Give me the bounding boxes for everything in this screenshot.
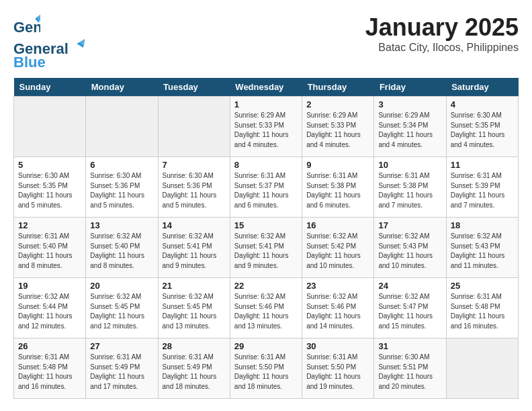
day-number: 27 — [90, 341, 153, 351]
day-info: Sunrise: 6:29 AM Sunset: 5:33 PM Dayligh… — [306, 111, 369, 150]
day-info: Sunrise: 6:31 AM Sunset: 5:50 PM Dayligh… — [306, 353, 369, 392]
calendar-cell: 6Sunrise: 6:30 AM Sunset: 5:36 PM Daylig… — [86, 157, 158, 218]
day-number: 14 — [163, 220, 226, 230]
calendar-cell: 1Sunrise: 6:29 AM Sunset: 5:33 PM Daylig… — [230, 97, 302, 157]
day-number: 29 — [234, 341, 298, 351]
day-number: 31 — [378, 341, 441, 351]
day-number: 17 — [378, 220, 441, 230]
day-number: 23 — [306, 281, 369, 291]
calendar-title: January 2025 — [365, 13, 519, 42]
calendar-cell: 11Sunrise: 6:31 AM Sunset: 5:39 PM Dayli… — [446, 157, 518, 218]
day-number: 6 — [90, 160, 153, 170]
day-number: 12 — [18, 220, 81, 230]
calendar-cell: 9Sunrise: 6:31 AM Sunset: 5:38 PM Daylig… — [302, 157, 374, 218]
day-info: Sunrise: 6:29 AM Sunset: 5:33 PM Dayligh… — [234, 111, 298, 150]
day-number: 16 — [306, 220, 369, 230]
day-number: 10 — [378, 160, 441, 170]
day-number: 2 — [306, 99, 369, 109]
calendar-cell: 12Sunrise: 6:31 AM Sunset: 5:40 PM Dayli… — [14, 218, 86, 278]
day-info: Sunrise: 6:31 AM Sunset: 5:49 PM Dayligh… — [90, 353, 153, 392]
logo-icon: General — [13, 13, 40, 40]
calendar-cell: 13Sunrise: 6:32 AM Sunset: 5:40 PM Dayli… — [86, 218, 158, 278]
calendar-cell: 28Sunrise: 6:31 AM Sunset: 5:49 PM Dayli… — [158, 338, 230, 399]
calendar-cell: 10Sunrise: 6:31 AM Sunset: 5:38 PM Dayli… — [374, 157, 446, 218]
calendar-week-row: 1Sunrise: 6:29 AM Sunset: 5:33 PM Daylig… — [14, 97, 519, 157]
calendar-cell: 5Sunrise: 6:30 AM Sunset: 5:35 PM Daylig… — [14, 157, 86, 218]
weekday-header-row: SundayMondayTuesdayWednesdayThursdayFrid… — [14, 78, 519, 97]
day-number: 26 — [18, 341, 81, 351]
calendar-cell: 24Sunrise: 6:32 AM Sunset: 5:47 PM Dayli… — [374, 278, 446, 338]
calendar-cell — [14, 97, 86, 157]
day-info: Sunrise: 6:30 AM Sunset: 5:36 PM Dayligh… — [90, 171, 153, 210]
day-info: Sunrise: 6:30 AM Sunset: 5:35 PM Dayligh… — [18, 171, 81, 210]
calendar-cell: 30Sunrise: 6:31 AM Sunset: 5:50 PM Dayli… — [302, 338, 374, 399]
day-number: 22 — [234, 281, 298, 291]
logo-bird-icon — [70, 38, 85, 53]
calendar-cell: 23Sunrise: 6:32 AM Sunset: 5:46 PM Dayli… — [302, 278, 374, 338]
day-number: 20 — [90, 281, 153, 291]
calendar-cell: 3Sunrise: 6:29 AM Sunset: 5:34 PM Daylig… — [374, 97, 446, 157]
weekday-header-friday: Friday — [374, 78, 446, 97]
day-number: 5 — [18, 160, 81, 170]
day-info: Sunrise: 6:31 AM Sunset: 5:39 PM Dayligh… — [451, 171, 514, 210]
day-number: 28 — [163, 341, 226, 351]
day-number: 13 — [90, 220, 153, 230]
calendar-week-row: 19Sunrise: 6:32 AM Sunset: 5:44 PM Dayli… — [14, 278, 519, 338]
day-info: Sunrise: 6:31 AM Sunset: 5:38 PM Dayligh… — [306, 171, 369, 210]
weekday-header-thursday: Thursday — [302, 78, 374, 97]
weekday-header-sunday: Sunday — [14, 78, 86, 97]
day-info: Sunrise: 6:32 AM Sunset: 5:47 PM Dayligh… — [378, 292, 441, 331]
calendar-cell: 26Sunrise: 6:31 AM Sunset: 5:48 PM Dayli… — [14, 338, 86, 399]
day-info: Sunrise: 6:31 AM Sunset: 5:49 PM Dayligh… — [163, 353, 226, 392]
day-number: 30 — [306, 341, 369, 351]
day-number: 25 — [451, 281, 514, 291]
svg-text:General: General — [13, 19, 40, 36]
day-number: 3 — [378, 99, 441, 109]
day-number: 9 — [306, 160, 369, 170]
calendar-cell: 19Sunrise: 6:32 AM Sunset: 5:44 PM Dayli… — [14, 278, 86, 338]
weekday-header-wednesday: Wednesday — [230, 78, 302, 97]
day-number: 21 — [163, 281, 226, 291]
day-info: Sunrise: 6:29 AM Sunset: 5:34 PM Dayligh… — [378, 111, 441, 150]
day-number: 24 — [378, 281, 441, 291]
day-info: Sunrise: 6:30 AM Sunset: 5:35 PM Dayligh… — [451, 111, 514, 150]
calendar-cell: 27Sunrise: 6:31 AM Sunset: 5:49 PM Dayli… — [86, 338, 158, 399]
calendar-table: SundayMondayTuesdayWednesdayThursdayFrid… — [13, 78, 519, 399]
calendar-cell: 2Sunrise: 6:29 AM Sunset: 5:33 PM Daylig… — [302, 97, 374, 157]
day-number: 4 — [451, 99, 514, 109]
logo: General General Blue — [13, 13, 85, 71]
calendar-cell: 17Sunrise: 6:32 AM Sunset: 5:43 PM Dayli… — [374, 218, 446, 278]
calendar-cell: 29Sunrise: 6:31 AM Sunset: 5:50 PM Dayli… — [230, 338, 302, 399]
calendar-cell: 15Sunrise: 6:32 AM Sunset: 5:41 PM Dayli… — [230, 218, 302, 278]
day-info: Sunrise: 6:32 AM Sunset: 5:44 PM Dayligh… — [18, 292, 81, 331]
calendar-cell: 21Sunrise: 6:32 AM Sunset: 5:45 PM Dayli… — [158, 278, 230, 338]
calendar-cell — [446, 338, 518, 399]
day-info: Sunrise: 6:31 AM Sunset: 5:40 PM Dayligh… — [18, 232, 81, 271]
day-info: Sunrise: 6:32 AM Sunset: 5:40 PM Dayligh… — [90, 232, 153, 271]
day-info: Sunrise: 6:30 AM Sunset: 5:36 PM Dayligh… — [163, 171, 226, 210]
day-info: Sunrise: 6:30 AM Sunset: 5:51 PM Dayligh… — [378, 353, 441, 392]
calendar-cell: 7Sunrise: 6:30 AM Sunset: 5:36 PM Daylig… — [158, 157, 230, 218]
calendar-week-row: 26Sunrise: 6:31 AM Sunset: 5:48 PM Dayli… — [14, 338, 519, 399]
day-info: Sunrise: 6:32 AM Sunset: 5:43 PM Dayligh… — [378, 232, 441, 271]
day-info: Sunrise: 6:31 AM Sunset: 5:38 PM Dayligh… — [378, 171, 441, 210]
day-info: Sunrise: 6:32 AM Sunset: 5:45 PM Dayligh… — [163, 292, 226, 331]
calendar-cell: 31Sunrise: 6:30 AM Sunset: 5:51 PM Dayli… — [374, 338, 446, 399]
calendar-cell: 4Sunrise: 6:30 AM Sunset: 5:35 PM Daylig… — [446, 97, 518, 157]
calendar-cell — [86, 97, 158, 157]
day-info: Sunrise: 6:32 AM Sunset: 5:41 PM Dayligh… — [163, 232, 226, 271]
calendar-subtitle: Batac City, Ilocos, Philippines — [365, 42, 519, 54]
day-number: 11 — [451, 160, 514, 170]
logo-blue: Blue — [13, 54, 46, 71]
day-number: 19 — [18, 281, 81, 291]
calendar-cell: 16Sunrise: 6:32 AM Sunset: 5:42 PM Dayli… — [302, 218, 374, 278]
day-info: Sunrise: 6:31 AM Sunset: 5:48 PM Dayligh… — [451, 292, 514, 331]
day-number: 8 — [234, 160, 298, 170]
day-number: 15 — [234, 220, 298, 230]
day-number: 18 — [451, 220, 514, 230]
weekday-header-tuesday: Tuesday — [158, 78, 230, 97]
weekday-header-monday: Monday — [86, 78, 158, 97]
day-info: Sunrise: 6:32 AM Sunset: 5:41 PM Dayligh… — [234, 232, 298, 271]
day-info: Sunrise: 6:31 AM Sunset: 5:37 PM Dayligh… — [234, 171, 298, 210]
day-info: Sunrise: 6:32 AM Sunset: 5:46 PM Dayligh… — [234, 292, 298, 331]
